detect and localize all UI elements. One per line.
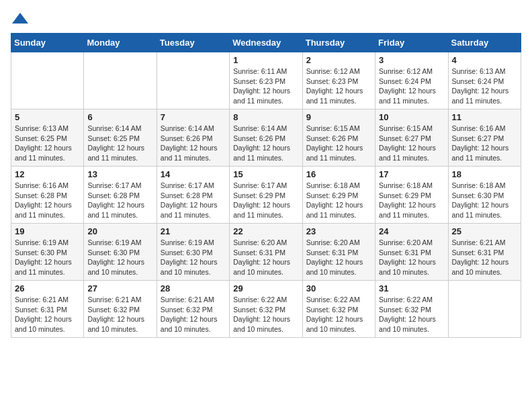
day-number: 30 [306, 283, 371, 293]
day-number: 3 [379, 55, 444, 65]
calendar-day-cell: 26Sunrise: 6:21 AM Sunset: 6:31 PM Dayli… [11, 281, 84, 338]
day-number: 6 [87, 112, 152, 122]
day-info: Sunrise: 6:22 AM Sunset: 6:32 PM Dayligh… [379, 295, 444, 334]
day-number: 8 [233, 112, 298, 122]
calendar-day-cell: 28Sunrise: 6:21 AM Sunset: 6:32 PM Dayli… [157, 281, 229, 338]
day-number: 24 [379, 226, 444, 236]
day-number: 31 [379, 283, 444, 293]
day-number: 18 [452, 169, 517, 179]
calendar-day-cell [84, 52, 157, 109]
day-info: Sunrise: 6:14 AM Sunset: 6:25 PM Dayligh… [87, 124, 152, 163]
calendar-day-cell: 8Sunrise: 6:14 AM Sunset: 6:26 PM Daylig… [230, 109, 302, 167]
day-number: 23 [306, 226, 371, 236]
day-info: Sunrise: 6:12 AM Sunset: 6:23 PM Dayligh… [306, 66, 371, 106]
calendar-week-row: 12Sunrise: 6:16 AM Sunset: 6:28 PM Dayli… [11, 167, 521, 224]
day-number: 21 [161, 226, 226, 236]
svg-marker-0 [12, 13, 28, 24]
calendar-day-cell: 18Sunrise: 6:18 AM Sunset: 6:30 PM Dayli… [448, 167, 521, 224]
calendar-day-cell: 24Sunrise: 6:20 AM Sunset: 6:31 PM Dayli… [375, 224, 448, 281]
page-header [11, 11, 521, 25]
day-number: 25 [452, 226, 517, 236]
calendar-day-cell: 25Sunrise: 6:21 AM Sunset: 6:31 PM Dayli… [448, 224, 521, 281]
weekday-header: Thursday [302, 34, 375, 52]
day-number: 14 [161, 169, 226, 179]
logo [11, 11, 32, 25]
day-number: 22 [233, 226, 298, 236]
day-number: 17 [379, 169, 444, 179]
day-info: Sunrise: 6:22 AM Sunset: 6:32 PM Dayligh… [233, 295, 298, 334]
calendar-day-cell: 13Sunrise: 6:17 AM Sunset: 6:28 PM Dayli… [84, 167, 157, 224]
day-info: Sunrise: 6:20 AM Sunset: 6:31 PM Dayligh… [306, 238, 371, 277]
day-number: 4 [452, 55, 517, 65]
day-number: 26 [15, 283, 80, 293]
calendar-day-cell: 4Sunrise: 6:13 AM Sunset: 6:24 PM Daylig… [448, 52, 521, 109]
logo-icon [11, 11, 30, 25]
day-info: Sunrise: 6:16 AM Sunset: 6:28 PM Dayligh… [15, 181, 80, 220]
day-number: 29 [233, 283, 298, 293]
calendar-day-cell [157, 52, 229, 109]
day-info: Sunrise: 6:21 AM Sunset: 6:32 PM Dayligh… [87, 295, 152, 334]
calendar-day-cell: 20Sunrise: 6:19 AM Sunset: 6:30 PM Dayli… [84, 224, 157, 281]
day-number: 9 [306, 112, 371, 122]
day-info: Sunrise: 6:19 AM Sunset: 6:30 PM Dayligh… [161, 238, 226, 277]
day-number: 16 [306, 169, 371, 179]
weekday-header: Sunday [11, 34, 84, 52]
calendar-day-cell: 23Sunrise: 6:20 AM Sunset: 6:31 PM Dayli… [302, 224, 375, 281]
calendar-week-row: 26Sunrise: 6:21 AM Sunset: 6:31 PM Dayli… [11, 281, 521, 338]
weekday-header: Saturday [448, 34, 521, 52]
calendar-day-cell: 14Sunrise: 6:17 AM Sunset: 6:28 PM Dayli… [157, 167, 229, 224]
calendar-day-cell [11, 52, 84, 109]
day-info: Sunrise: 6:21 AM Sunset: 6:31 PM Dayligh… [15, 295, 80, 334]
calendar-day-cell: 29Sunrise: 6:22 AM Sunset: 6:32 PM Dayli… [230, 281, 302, 338]
day-number: 7 [161, 112, 226, 122]
calendar-day-cell: 12Sunrise: 6:16 AM Sunset: 6:28 PM Dayli… [11, 167, 84, 224]
day-info: Sunrise: 6:13 AM Sunset: 6:25 PM Dayligh… [15, 124, 80, 163]
calendar-day-cell [448, 281, 521, 338]
day-info: Sunrise: 6:21 AM Sunset: 6:31 PM Dayligh… [452, 238, 517, 277]
weekday-header: Monday [84, 34, 157, 52]
day-info: Sunrise: 6:18 AM Sunset: 6:29 PM Dayligh… [379, 181, 444, 220]
day-number: 27 [87, 283, 152, 293]
calendar-day-cell: 11Sunrise: 6:16 AM Sunset: 6:27 PM Dayli… [448, 109, 521, 167]
calendar-day-cell: 1Sunrise: 6:11 AM Sunset: 6:23 PM Daylig… [230, 52, 302, 109]
calendar-day-cell: 30Sunrise: 6:22 AM Sunset: 6:32 PM Dayli… [302, 281, 375, 338]
day-info: Sunrise: 6:20 AM Sunset: 6:31 PM Dayligh… [379, 238, 444, 277]
day-info: Sunrise: 6:20 AM Sunset: 6:31 PM Dayligh… [233, 238, 298, 277]
day-number: 13 [87, 169, 152, 179]
day-number: 19 [15, 226, 80, 236]
calendar-day-cell: 10Sunrise: 6:15 AM Sunset: 6:27 PM Dayli… [375, 109, 448, 167]
day-info: Sunrise: 6:18 AM Sunset: 6:30 PM Dayligh… [452, 181, 517, 220]
weekday-header: Wednesday [230, 34, 302, 52]
calendar-day-cell: 7Sunrise: 6:14 AM Sunset: 6:26 PM Daylig… [157, 109, 229, 167]
day-info: Sunrise: 6:17 AM Sunset: 6:29 PM Dayligh… [233, 181, 298, 220]
calendar-day-cell: 16Sunrise: 6:18 AM Sunset: 6:29 PM Dayli… [302, 167, 375, 224]
day-number: 1 [233, 55, 298, 65]
day-info: Sunrise: 6:12 AM Sunset: 6:24 PM Dayligh… [379, 66, 444, 106]
calendar-day-cell: 22Sunrise: 6:20 AM Sunset: 6:31 PM Dayli… [230, 224, 302, 281]
day-info: Sunrise: 6:14 AM Sunset: 6:26 PM Dayligh… [161, 124, 226, 163]
day-info: Sunrise: 6:11 AM Sunset: 6:23 PM Dayligh… [233, 66, 298, 106]
calendar-day-cell: 17Sunrise: 6:18 AM Sunset: 6:29 PM Dayli… [375, 167, 448, 224]
day-info: Sunrise: 6:15 AM Sunset: 6:26 PM Dayligh… [306, 124, 371, 163]
day-info: Sunrise: 6:17 AM Sunset: 6:28 PM Dayligh… [87, 181, 152, 220]
day-number: 12 [15, 169, 80, 179]
day-info: Sunrise: 6:16 AM Sunset: 6:27 PM Dayligh… [452, 124, 517, 163]
day-number: 2 [306, 55, 371, 65]
calendar-week-row: 1Sunrise: 6:11 AM Sunset: 6:23 PM Daylig… [11, 52, 521, 109]
calendar-day-cell: 19Sunrise: 6:19 AM Sunset: 6:30 PM Dayli… [11, 224, 84, 281]
day-info: Sunrise: 6:15 AM Sunset: 6:27 PM Dayligh… [379, 124, 444, 163]
calendar-week-row: 19Sunrise: 6:19 AM Sunset: 6:30 PM Dayli… [11, 224, 521, 281]
day-info: Sunrise: 6:21 AM Sunset: 6:32 PM Dayligh… [161, 295, 226, 334]
day-number: 20 [87, 226, 152, 236]
weekday-header: Tuesday [157, 34, 229, 52]
calendar-day-cell: 27Sunrise: 6:21 AM Sunset: 6:32 PM Dayli… [84, 281, 157, 338]
day-info: Sunrise: 6:19 AM Sunset: 6:30 PM Dayligh… [15, 238, 80, 277]
calendar-day-cell: 15Sunrise: 6:17 AM Sunset: 6:29 PM Dayli… [230, 167, 302, 224]
calendar-header-row: SundayMondayTuesdayWednesdayThursdayFrid… [11, 34, 521, 52]
day-info: Sunrise: 6:18 AM Sunset: 6:29 PM Dayligh… [306, 181, 371, 220]
day-info: Sunrise: 6:13 AM Sunset: 6:24 PM Dayligh… [452, 66, 517, 106]
calendar-day-cell: 31Sunrise: 6:22 AM Sunset: 6:32 PM Dayli… [375, 281, 448, 338]
day-number: 28 [161, 283, 226, 293]
day-number: 10 [379, 112, 444, 122]
calendar-day-cell: 3Sunrise: 6:12 AM Sunset: 6:24 PM Daylig… [375, 52, 448, 109]
